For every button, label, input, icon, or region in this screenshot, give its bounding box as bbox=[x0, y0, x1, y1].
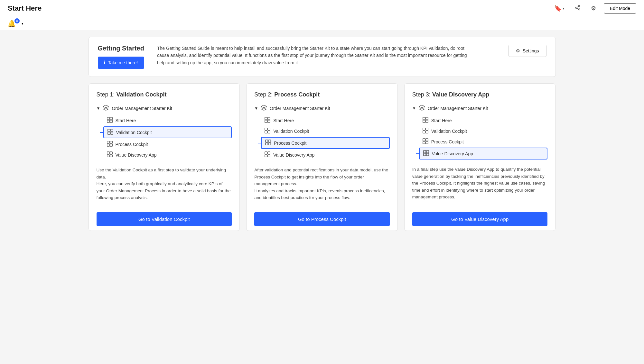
svg-rect-8 bbox=[110, 120, 112, 123]
tree-item-label: Validation Cockpit bbox=[273, 129, 309, 134]
app-icon bbox=[422, 127, 429, 135]
step-heading-3: Step 3: Value Discovery App bbox=[412, 91, 548, 98]
svg-rect-15 bbox=[107, 144, 109, 146]
svg-point-1 bbox=[575, 7, 577, 8]
step-card-body-2: Step 2: Process Cockpit ▼ Order Manageme… bbox=[247, 84, 397, 208]
getting-started-title: Getting Started bbox=[98, 45, 144, 52]
step-description-1: Use the Validation Cockpit as a first st… bbox=[97, 167, 232, 201]
svg-line-4 bbox=[577, 6, 578, 7]
main-content: Getting Started ℹ Take me there! The Get… bbox=[81, 30, 564, 237]
svg-rect-17 bbox=[107, 152, 109, 154]
edit-mode-button[interactable]: Edit Mode bbox=[604, 3, 636, 14]
step-card-2: Step 2: Process Cockpit ▼ Order Manageme… bbox=[246, 83, 398, 231]
step-description-2: After validation and potential rectifica… bbox=[254, 167, 390, 201]
app-icon bbox=[423, 150, 429, 157]
bookmark-icon: 🔖 bbox=[554, 5, 561, 12]
cube-icon bbox=[103, 105, 109, 112]
tree-item-3-2: Validation Cockpit bbox=[419, 126, 548, 136]
tree-item-label: Start Here bbox=[116, 118, 136, 123]
settings-button[interactable]: ⚙ Settings bbox=[509, 45, 546, 57]
step-card-body-1: Step 1: Validation Cockpit ▼ Order Manag… bbox=[89, 84, 240, 208]
tree-item-label: Validation Cockpit bbox=[431, 129, 467, 134]
tree-root-1: ▼ Order Management Starter Kit bbox=[97, 105, 232, 112]
take-me-there-button[interactable]: ℹ Take me there! bbox=[98, 57, 144, 69]
svg-rect-45 bbox=[423, 139, 425, 141]
share-button[interactable] bbox=[572, 4, 583, 14]
tree-item-1-1: Start Here bbox=[103, 115, 232, 126]
svg-rect-6 bbox=[110, 117, 112, 120]
svg-rect-50 bbox=[426, 150, 429, 153]
svg-rect-51 bbox=[424, 153, 426, 156]
svg-rect-14 bbox=[110, 141, 112, 143]
go-button-3[interactable]: Go to Value Discovery App bbox=[412, 212, 548, 226]
svg-rect-32 bbox=[268, 143, 271, 145]
tree-item-label: Start Here bbox=[273, 118, 294, 123]
svg-line-3 bbox=[577, 8, 578, 9]
tree-children-1: Start Here Validation Cockpit bbox=[103, 115, 232, 160]
svg-rect-18 bbox=[110, 152, 112, 154]
step-card-1: Step 1: Validation Cockpit ▼ Order Manag… bbox=[89, 83, 240, 231]
svg-rect-38 bbox=[426, 117, 428, 120]
sub-bar: 🔔 0 ▾ bbox=[0, 17, 644, 30]
svg-rect-40 bbox=[426, 120, 428, 123]
tree-item-label: Validation Cockpit bbox=[116, 130, 152, 135]
settings-label: Settings bbox=[523, 48, 539, 53]
nav-badge: 0 bbox=[14, 18, 20, 23]
svg-rect-11 bbox=[107, 132, 110, 134]
step-description-3: In a final step use the Value Discovery … bbox=[412, 166, 548, 201]
top-bar: Start Here 🔖 ▾ ⚙ Edit Mode bbox=[0, 0, 644, 17]
svg-rect-34 bbox=[268, 152, 270, 154]
tree-root-3: ▼ Order Management Starter Kit bbox=[412, 105, 548, 112]
app-icon bbox=[107, 129, 114, 136]
go-button-2[interactable]: Go to Process Cockpit bbox=[254, 212, 390, 226]
settings-icon-button[interactable]: ⚙ bbox=[588, 4, 599, 13]
svg-rect-47 bbox=[423, 141, 425, 144]
steps-grid: Step 1: Validation Cockpit ▼ Order Manag… bbox=[89, 83, 556, 231]
info-icon: ℹ bbox=[104, 60, 106, 66]
svg-rect-16 bbox=[110, 144, 112, 146]
bookmark-button[interactable]: 🔖 ▾ bbox=[552, 4, 567, 13]
tree-item-3-3: Process Cockpit bbox=[419, 136, 548, 147]
settings-gear-icon: ⚙ bbox=[516, 48, 520, 53]
bookmark-chevron-icon: ▾ bbox=[563, 6, 565, 11]
tree-item-2-2: Validation Cockpit bbox=[261, 126, 390, 136]
triangle-down-icon: ▼ bbox=[412, 106, 416, 111]
step-card-3: Step 3: Value Discovery App ▼ Order Mana… bbox=[404, 83, 556, 231]
tree-root-label: Order Management Starter Kit bbox=[270, 106, 330, 111]
tree-root-label: Order Management Starter Kit bbox=[428, 106, 488, 111]
svg-rect-21 bbox=[265, 117, 267, 120]
svg-rect-28 bbox=[268, 131, 270, 133]
tree-item-1-3: Process Cockpit bbox=[103, 139, 232, 150]
svg-rect-29 bbox=[266, 140, 268, 142]
tree-item-label: Value Discovery App bbox=[273, 152, 314, 158]
tree-item-2-4: Value Discovery App bbox=[261, 150, 390, 160]
tree-container-2: ▼ Order Management Starter Kit bbox=[254, 105, 390, 160]
app-icon bbox=[422, 117, 429, 124]
svg-rect-12 bbox=[110, 132, 113, 134]
app-icon bbox=[107, 141, 113, 148]
tree-root-label: Order Management Starter Kit bbox=[112, 106, 172, 111]
go-button-1[interactable]: Go to Validation Cockpit bbox=[97, 212, 232, 226]
svg-rect-30 bbox=[268, 140, 271, 142]
svg-rect-7 bbox=[107, 120, 109, 123]
tree-item-label: Start Here bbox=[431, 118, 452, 123]
nav-badge-button[interactable]: 🔔 0 ▾ bbox=[8, 20, 23, 27]
svg-rect-48 bbox=[426, 141, 428, 144]
tree-item-2-3: Process Cockpit bbox=[261, 137, 390, 149]
svg-rect-52 bbox=[426, 153, 429, 156]
svg-rect-13 bbox=[107, 141, 109, 143]
app-icon bbox=[265, 139, 271, 147]
svg-rect-35 bbox=[265, 155, 267, 157]
app-icon bbox=[264, 117, 271, 124]
getting-started-settings: ⚙ Settings bbox=[489, 45, 546, 57]
svg-rect-26 bbox=[268, 128, 270, 130]
svg-rect-19 bbox=[107, 155, 109, 157]
svg-rect-37 bbox=[423, 117, 425, 120]
cube-icon bbox=[261, 105, 267, 112]
tree-item-1-2: Validation Cockpit bbox=[103, 126, 232, 138]
tree-item-3-4: Value Discovery App bbox=[419, 148, 548, 159]
svg-rect-46 bbox=[426, 139, 428, 141]
step-card-footer-2: Go to Process Cockpit bbox=[247, 208, 397, 231]
svg-rect-22 bbox=[268, 117, 270, 120]
page-title: Start Here bbox=[8, 4, 42, 13]
